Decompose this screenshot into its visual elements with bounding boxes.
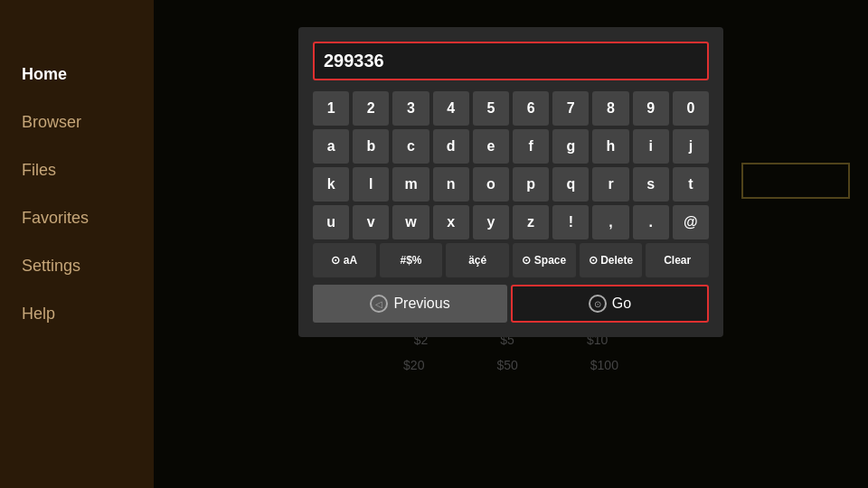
key-c[interactable]: c (392, 129, 429, 164)
key-w[interactable]: w (392, 205, 429, 239)
sidebar: Home Browser Files Favorites Settings He… (0, 0, 154, 488)
key-2[interactable]: 2 (353, 91, 389, 126)
sidebar-item-favorites[interactable]: Favorites (0, 198, 154, 239)
key-q[interactable]: q (552, 167, 589, 202)
sidebar-item-files[interactable]: Files (0, 150, 154, 191)
key-9[interactable]: 9 (633, 91, 669, 126)
sidebar-label-files: Files (22, 161, 56, 179)
key-row-numbers: 1 2 3 4 5 6 7 8 9 0 (313, 91, 709, 126)
key-g[interactable]: g (552, 129, 589, 164)
key-z[interactable]: z (513, 205, 549, 239)
previous-icon: ◁ (370, 295, 388, 313)
keyboard-dialog: 1 2 3 4 5 6 7 8 9 0 a b c d e f g h (298, 27, 723, 337)
key-b[interactable]: b (353, 129, 389, 164)
key-6[interactable]: 6 (513, 91, 549, 126)
key-y[interactable]: y (473, 205, 509, 239)
go-button[interactable]: ⊙ Go (511, 285, 709, 323)
key-v[interactable]: v (353, 205, 389, 239)
key-l[interactable]: l (353, 167, 389, 202)
previous-button[interactable]: ◁ Previous (313, 285, 507, 323)
sidebar-label-browser: Browser (22, 113, 81, 131)
key-i[interactable]: i (633, 129, 669, 164)
key-4[interactable]: 4 (433, 91, 469, 126)
key-at[interactable]: @ (673, 205, 709, 239)
key-row-a-j: a b c d e f g h i j (313, 129, 709, 164)
key-x[interactable]: x (433, 205, 469, 239)
key-8[interactable]: 8 (592, 91, 628, 126)
key-row-special: ⊙ aA #$% äçé ⊙ Space ⊙ Delete Clear (313, 243, 709, 277)
key-7[interactable]: 7 (552, 91, 589, 126)
key-f[interactable]: f (513, 129, 549, 164)
key-t[interactable]: t (673, 167, 709, 202)
key-d[interactable]: d (433, 129, 469, 164)
key-symbols[interactable]: #$% (380, 243, 443, 277)
key-exclaim[interactable]: ! (552, 205, 589, 239)
previous-label: Previous (393, 296, 449, 312)
key-u[interactable]: u (313, 205, 349, 239)
bottom-buttons: ◁ Previous ⊙ Go (313, 285, 709, 323)
sidebar-item-browser[interactable]: Browser (0, 102, 154, 143)
key-1[interactable]: 1 (313, 91, 349, 126)
sidebar-label-favorites: Favorites (22, 209, 89, 227)
sidebar-label-settings: Settings (22, 257, 80, 275)
key-j[interactable]: j (673, 129, 709, 164)
key-s[interactable]: s (633, 167, 669, 202)
go-label: Go (612, 296, 631, 312)
key-comma[interactable]: , (592, 205, 628, 239)
key-row-k-t: k l m n o p q r s t (313, 167, 709, 202)
key-accents[interactable]: äçé (446, 243, 509, 277)
key-h[interactable]: h (592, 129, 628, 164)
go-icon: ⊙ (589, 295, 607, 313)
key-5[interactable]: 5 (473, 91, 509, 126)
key-delete[interactable]: ⊙ Delete (580, 243, 643, 277)
key-row-u-at: u v w x y z ! , . @ (313, 205, 709, 239)
key-a[interactable]: a (313, 129, 349, 164)
key-0[interactable]: 0 (673, 91, 709, 126)
key-case-toggle[interactable]: ⊙ aA (313, 243, 376, 277)
keyboard: 1 2 3 4 5 6 7 8 9 0 a b c d e f g h (313, 91, 709, 277)
key-3[interactable]: 3 (392, 91, 429, 126)
key-k[interactable]: k (313, 167, 349, 202)
key-clear[interactable]: Clear (646, 243, 709, 277)
sidebar-item-help[interactable]: Help (0, 294, 154, 334)
key-period[interactable]: . (633, 205, 669, 239)
sidebar-item-settings[interactable]: Settings (0, 246, 154, 286)
key-o[interactable]: o (473, 167, 509, 202)
key-e[interactable]: e (473, 129, 509, 164)
key-m[interactable]: m (392, 167, 429, 202)
key-r[interactable]: r (592, 167, 628, 202)
key-n[interactable]: n (433, 167, 469, 202)
sidebar-label-home: Home (22, 65, 67, 83)
text-input[interactable] (313, 42, 709, 80)
key-space[interactable]: ⊙ Space (513, 243, 576, 277)
sidebar-label-help: Help (22, 305, 55, 323)
sidebar-item-home[interactable]: Home (0, 54, 154, 95)
key-p[interactable]: p (513, 167, 549, 202)
dialog-overlay: 1 2 3 4 5 6 7 8 9 0 a b c d e f g h (154, 0, 868, 488)
